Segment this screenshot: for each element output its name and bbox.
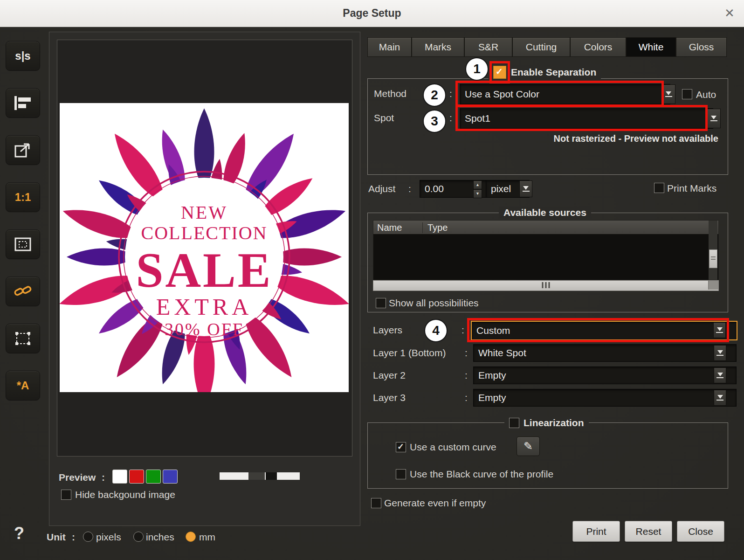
preview-slider[interactable]	[220, 472, 300, 480]
close-button[interactable]: Close	[677, 521, 724, 542]
reset-button[interactable]: Reset	[625, 521, 672, 542]
sources-legend-label: Available sources	[503, 207, 586, 218]
tab-marks[interactable]: Marks	[412, 37, 464, 57]
layer3-dropdown-button[interactable]	[714, 390, 726, 406]
slider-handle[interactable]	[248, 472, 265, 480]
channel-swatch-blue[interactable]	[163, 470, 178, 484]
dropdown-arrow-icon	[665, 91, 672, 97]
show-all-label: Show all possibilities	[389, 297, 479, 309]
black-curve-checkbox[interactable]	[396, 469, 406, 479]
vertical-scrollbar-handle[interactable]	[709, 249, 717, 268]
tab-cutting[interactable]: Cutting	[512, 37, 570, 57]
auto-label: Auto	[696, 89, 716, 100]
preview-colon: :	[102, 471, 105, 483]
layers-value: Custom	[476, 325, 510, 336]
column-type[interactable]: Type	[423, 222, 448, 233]
show-all-checkbox[interactable]	[376, 298, 386, 308]
method-dropdown-button[interactable]	[661, 84, 675, 104]
layer2-value: Empty	[478, 370, 506, 381]
tab-label: Cutting	[526, 41, 557, 53]
link-tool-button[interactable]	[6, 277, 40, 306]
layer1-dropdown-button[interactable]	[714, 345, 726, 361]
adjust-unit-dropdown-button[interactable]	[519, 180, 532, 197]
hide-background-checkbox[interactable]	[61, 490, 71, 500]
spot-value: Spot1	[465, 113, 490, 124]
tab-label: Marks	[425, 41, 451, 53]
crop-tool-button[interactable]	[6, 324, 40, 353]
adjust-label: Adjust	[368, 183, 395, 194]
layer1-value: White Spot	[478, 347, 526, 359]
channel-swatch-white[interactable]	[112, 470, 127, 484]
spot-select[interactable]: Spot1	[460, 108, 713, 129]
method-select[interactable]: Use a Spot Color	[460, 84, 670, 104]
help-icon[interactable]: ?	[14, 523, 24, 543]
unit-radio-mm[interactable]	[186, 532, 196, 542]
tab-white[interactable]: White	[626, 37, 676, 57]
layer2-select[interactable]: Empty	[473, 366, 737, 384]
tab-colors[interactable]: Colors	[570, 37, 626, 57]
horizontal-scrollbar[interactable]	[373, 280, 719, 291]
scale-tool-button[interactable]: s|s	[6, 41, 40, 71]
tab-main[interactable]: Main	[367, 37, 412, 57]
layers-select[interactable]: Custom	[471, 321, 737, 340]
channel-swatch-green[interactable]	[146, 470, 161, 484]
dropdown-arrow-icon	[523, 186, 530, 192]
annotation-circle-3: 3	[423, 110, 446, 133]
close-button-label: Close	[688, 526, 713, 537]
title-bar: Page Setup	[0, 0, 744, 27]
tab-gloss[interactable]: Gloss	[676, 37, 727, 57]
print-marks-checkbox[interactable]	[654, 183, 664, 193]
unit-radio-pixels[interactable]	[83, 532, 93, 542]
tab-label: Gloss	[689, 41, 714, 53]
align-left-icon	[14, 96, 32, 110]
spin-down-icon[interactable]: ▾	[473, 189, 482, 198]
slider-handle-secondary[interactable]	[266, 472, 277, 480]
layers-label: Layers	[373, 324, 402, 336]
text-tool-button[interactable]: *A	[6, 371, 40, 401]
spot-colon: :	[449, 112, 452, 124]
layer3-select[interactable]: Empty	[473, 389, 737, 407]
align-tool-button[interactable]	[6, 88, 40, 118]
layer1-select[interactable]: White Spot	[473, 344, 737, 362]
tab-label: White	[639, 41, 664, 53]
close-icon[interactable]: ✕	[722, 5, 737, 21]
print-button[interactable]: Print	[572, 521, 620, 542]
export-tool-button[interactable]	[6, 135, 40, 165]
spot-label: Spot	[374, 112, 394, 124]
spot-dropdown-button[interactable]	[707, 109, 721, 128]
custom-curve-checkbox[interactable]	[396, 442, 406, 452]
actual-size-tool-button[interactable]: 1:1	[6, 182, 40, 212]
generate-empty-label: Generate even if empty	[384, 497, 486, 509]
scale-icon: s|s	[15, 49, 30, 62]
tab-sr[interactable]: S&R	[464, 37, 512, 57]
linearization-checkbox[interactable]	[509, 418, 519, 428]
layers-dropdown-button[interactable]	[713, 322, 726, 338]
generate-empty-checkbox[interactable]	[371, 498, 381, 508]
sources-table-header: Name Type	[373, 220, 719, 235]
auto-checkbox[interactable]	[682, 89, 692, 99]
adjust-unit-value: pixel	[491, 183, 511, 194]
linearization-label: Linearization	[524, 417, 584, 429]
frame-tool-button[interactable]	[6, 229, 40, 259]
sources-table-body	[373, 234, 719, 280]
linearization-legend: Linearization	[504, 417, 589, 429]
vertical-scrollbar[interactable]	[709, 221, 717, 280]
layer2-dropdown-button[interactable]	[714, 367, 726, 383]
method-label: Method	[374, 88, 406, 99]
spin-up-icon[interactable]: ▴	[473, 180, 482, 189]
unit-radio-inches[interactable]	[133, 532, 144, 542]
enable-separation-label: Enable Separation	[511, 67, 596, 78]
channel-swatch-red[interactable]	[129, 470, 144, 484]
artwork-line-1: NEW	[181, 202, 227, 223]
adjust-colon: :	[408, 183, 411, 194]
enable-separation-checkbox[interactable]	[493, 66, 506, 79]
method-value: Use a Spot Color	[465, 89, 539, 100]
adjust-spinner[interactable]: ▴ ▾	[473, 180, 481, 198]
method-colon: :	[449, 88, 452, 99]
frame-icon	[14, 237, 31, 251]
custom-curve-label: Use a custom curve	[410, 441, 496, 453]
edit-curve-button[interactable]: ✎	[517, 436, 540, 456]
pencil-icon: ✎	[524, 440, 533, 453]
column-name[interactable]: Name	[373, 222, 423, 233]
unit-inches-label: inches	[146, 531, 174, 543]
